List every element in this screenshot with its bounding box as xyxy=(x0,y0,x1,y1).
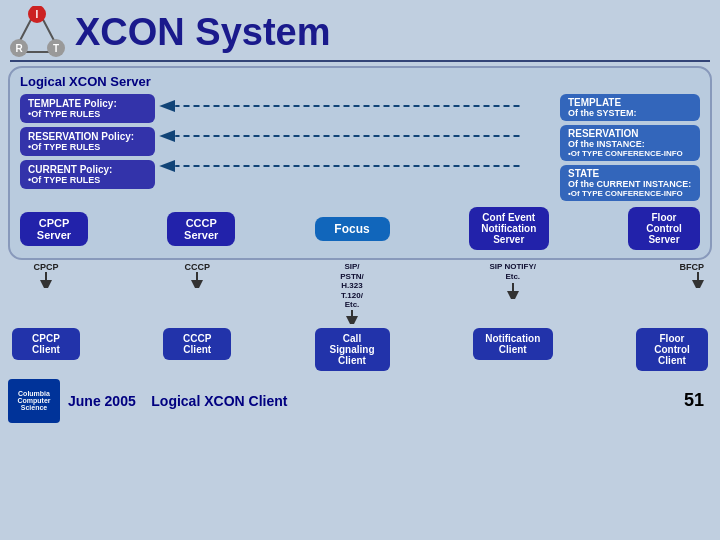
template-system-box: TEMPLATE Of the SYSTEM: xyxy=(560,94,700,121)
header: I R T XCON System xyxy=(0,0,720,60)
cpcp-top-label-col: CPCP xyxy=(12,262,80,292)
sip-label-col: SIP/PSTN/H.323T.120/Etc. xyxy=(315,262,390,328)
focus-server-col: Focus xyxy=(315,217,390,241)
policies-row: TEMPLATE Policy: •Of TYPE RULES RESERVAT… xyxy=(20,94,700,201)
page-title: XCON System xyxy=(75,11,331,54)
sip-label: SIP/PSTN/H.323T.120/Etc. xyxy=(315,262,390,310)
floor-client-col: FloorControlClient xyxy=(636,328,708,371)
cpcp-client-box: CPCPClient xyxy=(12,328,80,360)
reservation-policy-box: RESERVATION Policy: •Of TYPE RULES xyxy=(20,127,155,156)
template-policy-title: TEMPLATE Policy: xyxy=(28,98,147,109)
diagram-area: Logical XCON Server TEMPLATE Policy: •Of… xyxy=(8,66,712,371)
current-policy-sub: •Of TYPE RULES xyxy=(28,175,147,185)
clients-row: CPCPClient CCCPClient CallSignalingClien… xyxy=(8,328,712,371)
state-title: STATE xyxy=(568,168,692,179)
policies-col: TEMPLATE Policy: •Of TYPE RULES RESERVAT… xyxy=(20,94,155,189)
sip-arrow-svg xyxy=(342,310,362,324)
notify-label: SIP NOTIFY/Etc. xyxy=(473,262,553,283)
protocol-row: CPCP CCCP SIP/PSTN/H.323T.120/Etc. SIP N… xyxy=(8,262,712,328)
notify-label-col: SIP NOTIFY/Etc. xyxy=(473,262,553,303)
reservation-instance-title: RESERVATION xyxy=(568,128,692,139)
cccp-top-label-col: CCCP xyxy=(163,262,231,292)
bottom-bar: Columbia Computer Science June 2005 Logi… xyxy=(0,375,720,427)
reservation-instance-sub2: •Of TYPE CONFERENCE-INFO xyxy=(568,149,692,158)
columbia-line2: Computer xyxy=(17,397,50,404)
call-client-col: CallSignalingClient xyxy=(315,328,390,371)
cccp-client-col: CCCPClient xyxy=(163,328,231,360)
bfcp-label: BFCP xyxy=(636,262,708,272)
right-boxes-col: TEMPLATE Of the SYSTEM: RESERVATION Of t… xyxy=(560,94,700,201)
cccp-server-box: CCCPServer xyxy=(167,212,235,246)
floor-server-box: FloorControlServer xyxy=(628,207,700,250)
columbia-logo: Columbia Computer Science xyxy=(8,379,60,423)
template-system-sub: Of the SYSTEM: xyxy=(568,108,692,118)
arrows-middle xyxy=(155,94,560,184)
state-current-box: STATE Of the CURRENT INSTANCE: •Of TYPE … xyxy=(560,165,700,201)
logical-server-box: Logical XCON Server TEMPLATE Policy: •Of… xyxy=(8,66,712,260)
page-number: 51 xyxy=(684,390,712,411)
bottom-label: June 2005 Logical XCON Client xyxy=(68,393,684,409)
bfcp-label-col: BFCP xyxy=(636,262,708,292)
reservation-instance-sub: Of the INSTANCE: xyxy=(568,139,692,149)
columbia-line3: Science xyxy=(21,404,47,411)
focus-server-box: Focus xyxy=(315,217,390,241)
dashed-arrows-svg xyxy=(155,94,560,184)
cccp-top-label: CCCP xyxy=(163,262,231,272)
cccp-server-col: CCCPServer xyxy=(167,212,235,246)
cpcp-top-label: CPCP xyxy=(12,262,80,272)
section-title: Logical XCON Server xyxy=(20,74,700,89)
servers-row: CPCPServer CCCPServer Focus xyxy=(20,207,700,250)
template-system-title: TEMPLATE xyxy=(568,97,692,108)
columbia-line1: Columbia xyxy=(18,390,50,397)
current-policy-title: CURRENT Policy: xyxy=(28,164,147,175)
logo-triangle-svg: I R T xyxy=(10,6,65,58)
reservation-instance-box: RESERVATION Of the INSTANCE: •Of TYPE CO… xyxy=(560,125,700,161)
floor-client-box: FloorControlClient xyxy=(636,328,708,371)
notif-client-col: NotificationClient xyxy=(473,328,553,360)
call-client-box: CallSignalingClient xyxy=(315,328,390,371)
conf-server-box: Conf EventNotificationServer xyxy=(469,207,549,250)
notif-client-box: NotificationClient xyxy=(473,328,553,360)
logo: I R T xyxy=(10,6,65,58)
title-divider xyxy=(10,60,710,62)
bfcp-arrow-svg xyxy=(688,272,708,288)
notify-arrow-svg xyxy=(503,283,523,299)
svg-text:I: I xyxy=(36,9,39,20)
floor-server-col: FloorControlServer xyxy=(628,207,700,250)
state-sub2: •Of TYPE CONFERENCE-INFO xyxy=(568,189,692,198)
cccp-arrow-svg xyxy=(187,272,207,288)
reservation-policy-title: RESERVATION Policy: xyxy=(28,131,147,142)
reservation-policy-sub: •Of TYPE RULES xyxy=(28,142,147,152)
svg-text:T: T xyxy=(53,43,59,54)
bottom-date: June 2005 xyxy=(68,393,136,409)
svg-text:R: R xyxy=(15,43,23,54)
template-policy-sub: •Of TYPE RULES xyxy=(28,109,147,119)
logical-client-label: Logical XCON Client xyxy=(151,393,287,409)
current-policy-box: CURRENT Policy: •Of TYPE RULES xyxy=(20,160,155,189)
cpcp-server-box: CPCPServer xyxy=(20,212,88,246)
template-policy-box: TEMPLATE Policy: •Of TYPE RULES xyxy=(20,94,155,123)
state-sub: Of the CURRENT INSTANCE: xyxy=(568,179,692,189)
cccp-client-box: CCCPClient xyxy=(163,328,231,360)
conf-server-col: Conf EventNotificationServer xyxy=(469,207,549,250)
cpcp-arrow-svg xyxy=(36,272,56,288)
cpcp-server-col: CPCPServer xyxy=(20,212,88,246)
cpcp-client-col: CPCPClient xyxy=(12,328,80,360)
